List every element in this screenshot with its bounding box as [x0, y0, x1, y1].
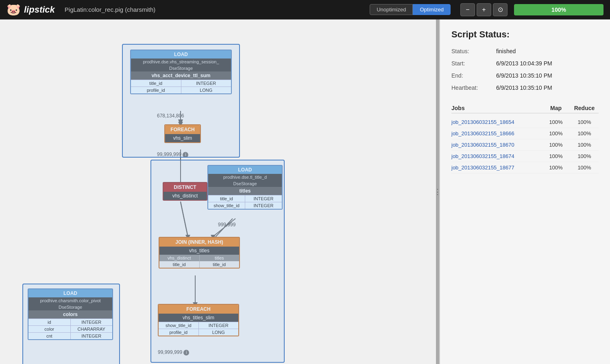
jobs-table: Jobs Map Reduce job_201306032155_18654 1… — [451, 103, 599, 173]
optimized-toggle[interactable]: Optimized — [413, 4, 451, 15]
job-reduce-2: 100% — [570, 142, 599, 148]
unoptimized-toggle[interactable]: Unoptimized — [370, 4, 413, 15]
pig-icon: 🐷 — [7, 3, 21, 16]
app-logo-text: lipstick — [24, 4, 55, 15]
panel-divider[interactable] — [436, 20, 439, 364]
dag-canvas[interactable]: LOAD prodhive.dse.vhs_streaming_session_… — [0, 20, 436, 364]
heartbeat-value: 6/9/2013 10:35:10 PM — [496, 84, 552, 91]
job-row-4: job_201306032155_18677 100% 100% — [451, 162, 599, 173]
heartbeat-label: Heartbeat: — [451, 84, 496, 91]
job-link-1[interactable]: job_201306032155_18666 — [451, 130, 542, 136]
logo-area: 🐷 lipstick — [7, 3, 55, 16]
job-map-1: 100% — [542, 130, 570, 136]
job-map-0: 100% — [542, 119, 570, 125]
start-value: 6/9/2013 10:04:39 PM — [496, 60, 552, 67]
job-reduce-4: 100% — [570, 165, 599, 171]
progress-value: 100% — [551, 6, 566, 13]
job-row-3: job_201306032155_18674 100% 100% — [451, 151, 599, 162]
job-reduce-3: 100% — [570, 153, 599, 159]
script-title: PigLatin:color_rec.pig (charsmith) — [65, 6, 155, 13]
end-label: End: — [451, 72, 496, 79]
col-map: Map — [542, 105, 570, 111]
status-row-end: End: 6/9/2013 10:35:10 PM — [451, 72, 599, 79]
job-row-2: job_201306032155_18670 100% 100% — [451, 139, 599, 151]
job-row-1: job_201306032155_18666 100% 100% — [451, 128, 599, 139]
col-jobs: Jobs — [451, 105, 542, 111]
view-toggle-group: Unoptimized Optimized — [370, 4, 451, 15]
zoom-fit-button[interactable]: ⊙ — [493, 3, 508, 16]
job-map-3: 100% — [542, 153, 570, 159]
group-box-1 — [122, 44, 240, 158]
status-value: finished — [496, 48, 516, 54]
job-row-0: job_201306032155_18654 100% 100% — [451, 117, 599, 128]
start-label: Start: — [451, 60, 496, 67]
status-label: Status: — [451, 48, 496, 54]
job-link-4[interactable]: job_201306032155_18677 — [451, 165, 542, 171]
job-link-3[interactable]: job_201306032155_18674 — [451, 153, 542, 159]
job-reduce-1: 100% — [570, 130, 599, 136]
job-map-2: 100% — [542, 142, 570, 148]
end-value: 6/9/2013 10:35:10 PM — [496, 72, 552, 79]
group-box-3 — [22, 284, 120, 364]
script-status-title: Script Status: — [451, 29, 599, 40]
status-row-start: Start: 6/9/2013 10:04:39 PM — [451, 60, 599, 67]
progress-bar: 100% — [514, 4, 603, 15]
app-header: 🐷 lipstick PigLatin:color_rec.pig (chars… — [0, 0, 610, 20]
job-link-2[interactable]: job_201306032155_18670 — [451, 142, 542, 148]
zoom-in-button[interactable]: + — [477, 3, 491, 16]
status-row-status: Status: finished — [451, 48, 599, 54]
right-panel: Script Status: Status: finished Start: 6… — [439, 20, 610, 364]
jobs-list: job_201306032155_18654 100% 100% job_201… — [451, 117, 599, 173]
job-reduce-0: 100% — [570, 119, 599, 125]
main-content: LOAD prodhive.dse.vhs_streaming_session_… — [0, 20, 610, 364]
zoom-controls: − + ⊙ — [460, 3, 508, 16]
jobs-table-header: Jobs Map Reduce — [451, 103, 599, 113]
job-map-4: 100% — [542, 165, 570, 171]
zoom-out-button[interactable]: − — [460, 3, 475, 16]
col-reduce: Reduce — [570, 105, 599, 111]
group-box-2 — [150, 160, 285, 363]
status-row-heartbeat: Heartbeat: 6/9/2013 10:35:10 PM — [451, 84, 599, 91]
job-link-0[interactable]: job_201306032155_18654 — [451, 119, 542, 125]
